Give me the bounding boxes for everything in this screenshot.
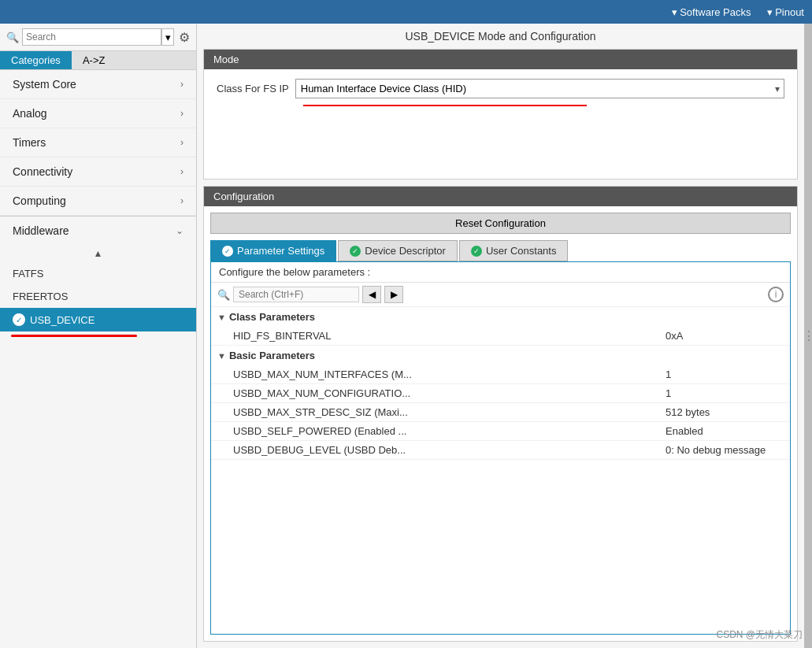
param-name: USBD_SELF_POWERED (Enabled ...: [233, 425, 666, 437]
param-value: 0xA: [666, 330, 784, 342]
software-packs-menu[interactable]: Software Packs: [672, 6, 751, 18]
mode-spacer: [217, 106, 784, 169]
param-name: USBD_MAX_STR_DESC_SIZ (Maxi...: [233, 406, 666, 418]
info-icon[interactable]: i: [768, 287, 784, 302]
sidebar-item-freertos[interactable]: FREERTOS: [0, 285, 196, 308]
tab-check-icon: ✓: [471, 246, 482, 257]
param-name: USBD_DEBUG_LEVEL (USBD Deb...: [233, 444, 666, 456]
search-icon: 🔍: [6, 31, 19, 43]
param-name: HID_FS_BINTERVAL: [233, 330, 666, 342]
params-search-icon: 🔍: [217, 289, 230, 301]
class-for-fs-ip-select[interactable]: Human Interface Device Class (HID): [295, 79, 784, 98]
config-section: Configuration Reset Configuration ✓ Para…: [203, 186, 798, 642]
mode-section-body: Class For FS IP Human Interface Device C…: [204, 69, 797, 179]
tab-az[interactable]: A->Z: [72, 51, 117, 69]
class-params-group-header[interactable]: ▼ Class Parameters: [211, 307, 790, 327]
sidebar-item-computing[interactable]: Computing ›: [0, 187, 196, 216]
param-value: 1: [666, 368, 784, 380]
collapse-arrow-icon: ▼: [217, 313, 226, 322]
tab-device-descriptor-label: Device Descriptor: [365, 245, 446, 257]
sidebar: 🔍 ▾ ⚙ Categories A->Z System Core › Anal…: [0, 24, 197, 648]
chevron-right-icon: ›: [180, 137, 184, 148]
fatfs-label: FATFS: [13, 268, 43, 280]
sidebar-item-label: Computing: [13, 194, 66, 207]
class-for-fs-ip-row: Class For FS IP Human Interface Device C…: [217, 79, 784, 98]
tab-user-constants-label: User Constants: [486, 245, 557, 257]
middleware-label: Middleware: [13, 224, 69, 237]
params-header: Configure the below parameters :: [211, 262, 790, 283]
sidebar-item-connectivity[interactable]: Connectivity ›: [0, 157, 196, 187]
basic-params-label: Basic Parameters: [229, 350, 315, 361]
tab-device-descriptor[interactable]: ✓ Device Descriptor: [338, 240, 458, 261]
mode-section: Mode Class For FS IP Human Interface Dev…: [203, 49, 798, 180]
param-value: 0: No debug message: [666, 444, 784, 456]
tab-parameter-settings[interactable]: ✓ Parameter Settings: [210, 240, 336, 261]
sidebar-item-analog[interactable]: Analog ›: [0, 99, 196, 128]
sidebar-item-label: Timers: [13, 136, 46, 149]
right-resize-handle[interactable]: ⋮: [804, 24, 812, 648]
param-value: 1: [666, 387, 784, 399]
sidebar-item-fatfs[interactable]: FATFS: [0, 262, 196, 285]
sidebar-item-timers[interactable]: Timers ›: [0, 128, 196, 157]
content-title: USB_DEVICE Mode and Configuration: [197, 24, 804, 49]
config-section-header: Configuration: [204, 187, 797, 206]
prev-arrow-button[interactable]: ◀: [362, 286, 381, 303]
sidebar-item-label: Connectivity: [13, 165, 72, 178]
sidebar-nav: System Core › Analog › Timers › Connecti…: [0, 70, 196, 648]
table-row: USBD_MAX_NUM_INTERFACES (M... 1: [211, 365, 790, 384]
resize-dots: ⋮: [803, 328, 812, 343]
content-area: USB_DEVICE Mode and Configuration Mode C…: [197, 24, 804, 648]
middleware-section: Middleware ⌄ ▲ FATFS FREERTOS ✓ USB_DEVI…: [0, 216, 196, 337]
tab-check-icon: ✓: [350, 246, 361, 257]
class-for-fs-ip-label: Class For FS IP: [217, 83, 289, 94]
params-area: Configure the below parameters : 🔍 ◀ ▶ i…: [210, 261, 791, 635]
table-row: HID_FS_BINTERVAL 0xA: [211, 327, 790, 346]
basic-params-group-header[interactable]: ▼ Basic Parameters: [211, 346, 790, 365]
tab-check-icon: ✓: [222, 246, 233, 257]
search-input[interactable]: [22, 28, 161, 46]
sidebar-item-label: System Core: [13, 78, 76, 91]
class-for-fs-ip-select-wrap: Human Interface Device Class (HID) ▾: [295, 79, 784, 98]
class-params-label: Class Parameters: [229, 311, 315, 323]
freertos-label: FREERTOS: [13, 291, 68, 302]
top-bar: Software Packs Pinout: [0, 0, 812, 24]
chevron-right-icon: ›: [180, 108, 184, 119]
reset-configuration-button[interactable]: Reset Configuration: [210, 213, 791, 234]
sidebar-item-usb-device[interactable]: ✓ USB_DEVICE: [0, 308, 196, 331]
sidebar-item-label: Analog: [13, 107, 47, 120]
param-name: USBD_MAX_NUM_CONFIGURATIO...: [233, 387, 666, 399]
table-row: USBD_MAX_NUM_CONFIGURATIO... 1: [211, 384, 790, 403]
tab-parameter-settings-label: Parameter Settings: [237, 245, 324, 257]
gear-icon[interactable]: ⚙: [179, 30, 190, 45]
usb-device-label: USB_DEVICE: [30, 314, 95, 326]
param-value: 512 bytes: [666, 406, 784, 418]
tab-row: Categories A->Z: [0, 51, 196, 70]
param-value: Enabled: [666, 425, 784, 437]
check-icon: ✓: [13, 313, 25, 326]
main-container: 🔍 ▾ ⚙ Categories A->Z System Core › Anal…: [0, 24, 812, 648]
params-search-input[interactable]: [233, 287, 359, 302]
param-name: USBD_MAX_NUM_INTERFACES (M...: [233, 368, 666, 380]
tab-user-constants[interactable]: ✓ User Constants: [459, 240, 569, 261]
chevron-right-icon: ›: [180, 166, 184, 177]
chevron-right-icon: ›: [180, 195, 184, 206]
table-row: USBD_DEBUG_LEVEL (USBD Deb... 0: No debu…: [211, 441, 790, 460]
mode-section-header: Mode: [204, 50, 797, 69]
scroll-up-button[interactable]: ▲: [0, 245, 196, 262]
pinout-menu[interactable]: Pinout: [767, 6, 805, 18]
table-row: USBD_SELF_POWERED (Enabled ... Enabled: [211, 422, 790, 441]
table-row: USBD_MAX_STR_DESC_SIZ (Maxi... 512 bytes: [211, 403, 790, 422]
sidebar-item-system-core[interactable]: System Core ›: [0, 70, 196, 99]
collapse-arrow-icon: ▼: [217, 351, 226, 361]
search-bar: 🔍 ▾ ⚙: [0, 24, 196, 51]
chevron-down-icon: ⌄: [176, 225, 184, 236]
config-section-body: Reset Configuration ✓ Parameter Settings…: [204, 206, 797, 641]
config-tabs: ✓ Parameter Settings ✓ Device Descriptor…: [210, 240, 791, 261]
params-search-row: 🔍 ◀ ▶ i: [211, 283, 790, 307]
red-underline-annotation: [11, 335, 137, 337]
search-dropdown[interactable]: ▾: [161, 28, 174, 46]
middleware-header[interactable]: Middleware ⌄: [0, 217, 196, 245]
chevron-right-icon: ›: [180, 79, 184, 90]
tab-categories[interactable]: Categories: [0, 51, 72, 69]
next-arrow-button[interactable]: ▶: [384, 286, 403, 303]
